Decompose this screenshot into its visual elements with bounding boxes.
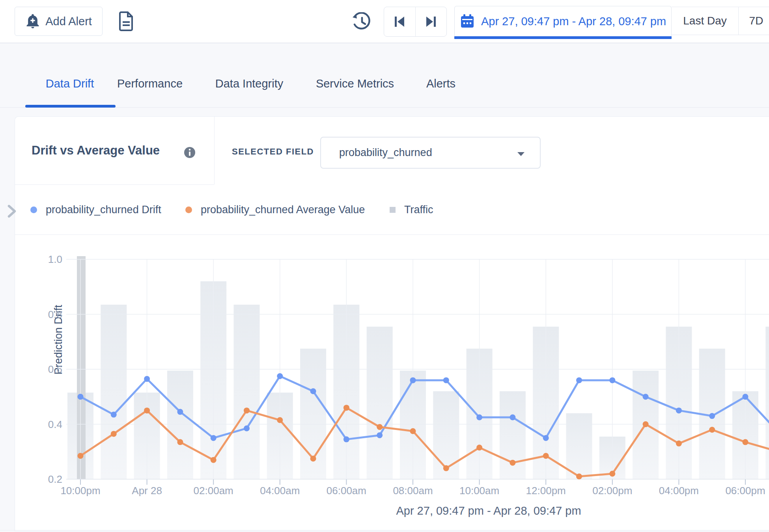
data-point[interactable]	[310, 388, 316, 394]
tab-performance[interactable]: Performance	[117, 77, 183, 90]
x-axis-tick-label: 04:00am	[260, 485, 300, 497]
skip-previous-icon	[393, 15, 406, 28]
traffic-bar[interactable]	[234, 305, 260, 479]
data-point[interactable]	[111, 412, 117, 418]
data-point[interactable]	[510, 460, 515, 466]
data-point[interactable]	[743, 394, 748, 400]
data-point[interactable]	[576, 474, 582, 480]
previous-period-button[interactable]	[384, 7, 416, 36]
selected-field-label: SELECTED FIELD	[232, 147, 314, 157]
add-alert-button[interactable]: Add Alert	[15, 7, 103, 36]
header-divider	[214, 117, 215, 184]
chevron-down-icon	[517, 152, 525, 156]
expand-sidebar-chevron-icon[interactable]	[4, 203, 20, 220]
data-point[interactable]	[144, 407, 150, 413]
traffic-bar[interactable]	[566, 413, 592, 479]
last-day-label: Last Day	[683, 15, 727, 27]
time-step-button-group	[384, 7, 447, 37]
legend-drift-label: probability_churned Drift	[46, 204, 161, 216]
data-point[interactable]	[78, 394, 84, 400]
info-icon[interactable]	[184, 147, 196, 158]
data-point[interactable]	[144, 376, 150, 382]
data-point[interactable]	[676, 407, 682, 413]
chart-caption: Apr 27, 09:47 pm - Apr 28, 09:47 pm	[396, 504, 581, 517]
data-point[interactable]	[211, 457, 217, 463]
data-point[interactable]	[709, 427, 715, 433]
data-point[interactable]	[709, 413, 715, 419]
data-point[interactable]	[343, 436, 349, 442]
traffic-bar[interactable]	[500, 391, 526, 479]
data-point[interactable]	[576, 377, 582, 383]
data-point[interactable]	[676, 441, 682, 446]
data-point[interactable]	[78, 453, 84, 459]
seven-day-button[interactable]: 7D	[738, 7, 769, 35]
legend-item-traffic[interactable]: Traffic	[390, 204, 433, 216]
date-range-picker[interactable]: Apr 27, 09:47 pm - Apr 28, 09:47 pm	[454, 6, 672, 36]
legend-average-label: probability_churned Average Value	[201, 204, 365, 216]
history-icon[interactable]	[351, 12, 372, 31]
top-toolbar: Add Alert	[0, 0, 769, 43]
title-cell-divider	[15, 184, 214, 185]
legend-item-drift[interactable]: probability_churned Drift	[30, 204, 161, 216]
data-point[interactable]	[277, 417, 283, 423]
x-axis-tick-label: 10:00am	[459, 485, 499, 497]
tab-data-integrity[interactable]: Data Integrity	[215, 77, 283, 90]
data-point[interactable]	[543, 453, 549, 459]
data-point[interactable]	[177, 439, 183, 445]
traffic-bar[interactable]	[765, 327, 769, 479]
data-point[interactable]	[410, 428, 416, 434]
traffic-bar[interactable]	[367, 327, 393, 479]
legend-drift-dot	[30, 206, 37, 213]
data-point[interactable]	[609, 377, 615, 383]
data-point[interactable]	[310, 456, 316, 461]
x-axis-tick-label: 08:00am	[393, 485, 433, 497]
tab-alerts[interactable]: Alerts	[426, 77, 455, 90]
data-point[interactable]	[743, 439, 748, 445]
data-point[interactable]	[377, 432, 383, 438]
data-point[interactable]	[111, 431, 117, 437]
x-axis-tick-label: 02:00am	[194, 485, 233, 497]
data-point[interactable]	[543, 435, 549, 441]
legend-traffic-label: Traffic	[404, 204, 433, 216]
traffic-bar[interactable]	[101, 305, 127, 479]
data-point[interactable]	[244, 425, 250, 431]
selected-field-dropdown[interactable]: probability_churned	[320, 137, 541, 169]
legend-average-dot	[185, 206, 192, 213]
data-point[interactable]	[443, 377, 449, 383]
tab-data-drift[interactable]: Data Drift	[46, 77, 94, 90]
data-point[interactable]	[244, 407, 250, 413]
legend-item-average-value[interactable]: probability_churned Average Value	[185, 204, 365, 216]
data-point[interactable]	[476, 445, 482, 450]
data-point[interactable]	[177, 409, 183, 415]
selected-time-band	[77, 256, 86, 479]
last-day-button[interactable]: Last Day	[672, 7, 738, 35]
seven-day-label: 7D	[749, 15, 763, 27]
next-period-button[interactable]	[416, 7, 447, 36]
add-alert-label: Add Alert	[45, 15, 92, 28]
card-title: Drift vs Average Value	[32, 143, 160, 158]
data-point[interactable]	[643, 421, 649, 427]
y-axis-tick-label: 0.8	[35, 308, 62, 320]
legend-traffic-square	[390, 207, 396, 213]
x-axis-tick-label: 04:00pm	[659, 485, 699, 497]
x-axis-tick-label: 06:00pm	[725, 485, 765, 497]
tab-service-metrics[interactable]: Service Metrics	[316, 77, 394, 90]
x-axis-tick-label: 02:00pm	[592, 485, 632, 497]
report-document-icon[interactable]	[118, 11, 134, 32]
data-point[interactable]	[476, 415, 482, 420]
selected-field-value: probability_churned	[339, 147, 432, 159]
data-point[interactable]	[377, 424, 383, 430]
calendar-icon	[460, 14, 475, 29]
data-point[interactable]	[443, 465, 449, 471]
y-axis-tick-label: 0.6	[35, 363, 62, 376]
traffic-bar[interactable]	[167, 370, 193, 479]
data-point[interactable]	[343, 405, 349, 411]
data-point[interactable]	[609, 471, 615, 477]
data-point[interactable]	[277, 373, 283, 379]
data-point[interactable]	[643, 394, 649, 400]
data-point[interactable]	[510, 415, 515, 420]
x-axis-tick-label: 12:00pm	[526, 485, 566, 497]
data-point[interactable]	[410, 377, 416, 383]
date-range-active-underline	[454, 36, 672, 39]
data-point[interactable]	[211, 435, 217, 441]
